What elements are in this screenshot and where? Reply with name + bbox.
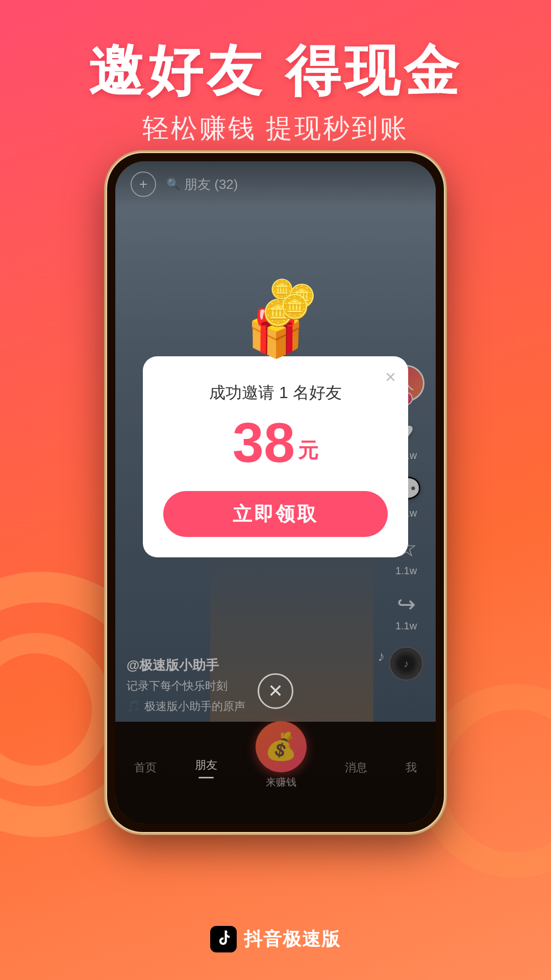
phone-screen: + 🔍 朋友 (32) 人 + ♥ 1.1w xyxy=(115,161,436,824)
app-branding: 抖音极速版 xyxy=(210,926,341,952)
claim-button[interactable]: 立即领取 xyxy=(163,491,388,537)
modal-amount-row: 38 元 xyxy=(163,414,388,471)
header-title: 邀好友 得现金 xyxy=(0,41,551,102)
modal-close-button[interactable]: × xyxy=(385,366,396,388)
reward-unit: 元 xyxy=(298,436,318,464)
coin-4: 🪙 xyxy=(280,295,309,318)
x-icon: ✕ xyxy=(268,680,283,702)
modal-title: 成功邀请 1 名好友 xyxy=(163,356,388,404)
dismiss-circle-button[interactable]: ✕ xyxy=(258,673,293,709)
reward-amount: 38 xyxy=(233,414,295,471)
header-section: 邀好友 得现金 轻松赚钱 提现秒到账 xyxy=(0,41,551,146)
phone-container: + 🔍 朋友 (32) 人 + ♥ 1.1w xyxy=(107,153,444,832)
tiktok-logo-icon xyxy=(210,926,237,952)
reward-modal: 🎁 🪙 🪙 🪙 🪙 × 成功邀请 1 名好友 38 元 立即领取 xyxy=(143,356,408,557)
header-subtitle: 轻松赚钱 提现秒到账 xyxy=(0,111,551,146)
app-footer: 抖音极速版 xyxy=(0,926,551,954)
phone-frame: + 🔍 朋友 (32) 人 + ♥ 1.1w xyxy=(107,153,444,832)
coins-animation: 🎁 🪙 🪙 🪙 🪙 xyxy=(247,310,304,356)
app-name-label: 抖音极速版 xyxy=(244,927,341,952)
modal-overlay: 🎁 🪙 🪙 🪙 🪙 × 成功邀请 1 名好友 38 元 立即领取 xyxy=(115,161,436,824)
